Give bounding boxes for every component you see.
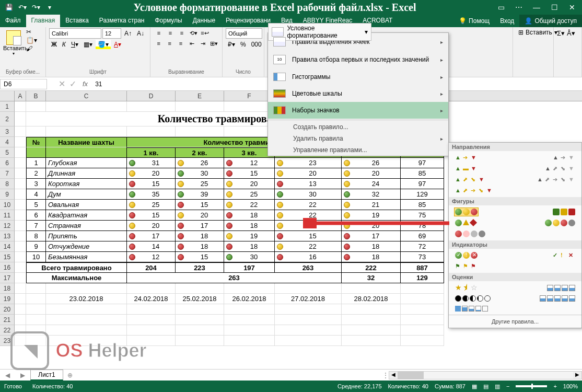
- cell[interactable]: [46, 126, 127, 137]
- cell[interactable]: 15: [176, 252, 224, 262]
- cancel-icon[interactable]: ✕: [56, 79, 67, 89]
- sheet-nav-next[interactable]: ▶: [15, 372, 30, 379]
- cell[interactable]: 32: [342, 189, 401, 200]
- cell[interactable]: 17: [127, 231, 176, 241]
- cell[interactable]: [224, 283, 275, 294]
- cell[interactable]: 27.02.2018: [275, 294, 342, 304]
- cell[interactable]: Короткая: [46, 179, 127, 189]
- ribbon-options-icon[interactable]: ▭: [493, 3, 509, 11]
- percent-icon[interactable]: %: [238, 40, 248, 49]
- row-header[interactable]: 3: [0, 126, 15, 137]
- row-header[interactable]: 2: [0, 112, 15, 126]
- decrease-indent-icon[interactable]: ⇤: [187, 39, 197, 48]
- menu-icon-sets[interactable]: Наборы значков▸: [268, 102, 448, 119]
- tell-me[interactable]: 💡 Помощ: [453, 15, 495, 27]
- cell[interactable]: [127, 126, 176, 137]
- cell[interactable]: [224, 315, 275, 325]
- row-header[interactable]: 18: [0, 283, 15, 294]
- row-header[interactable]: 16: [0, 262, 15, 273]
- cell[interactable]: 23: [275, 158, 342, 168]
- cell[interactable]: [176, 336, 224, 346]
- row-header[interactable]: 21: [0, 315, 15, 325]
- cell[interactable]: 1: [26, 158, 46, 168]
- cell[interactable]: 19: [224, 231, 275, 241]
- cell[interactable]: №: [26, 137, 46, 147]
- cell[interactable]: 15: [224, 168, 275, 179]
- cell[interactable]: [15, 189, 26, 200]
- col-header[interactable]: A: [15, 91, 26, 101]
- cell[interactable]: 35: [127, 189, 176, 200]
- cell[interactable]: [15, 126, 26, 137]
- cell[interactable]: 5: [26, 200, 46, 210]
- menu-manage-rules[interactable]: Управление правилами...: [268, 144, 448, 156]
- iconset-5-ratings-bars[interactable]: [539, 294, 576, 303]
- iconset-3-symbols-circled[interactable]: ✓!✕: [454, 251, 479, 260]
- iconset-4-ratings-bars[interactable]: [546, 284, 576, 292]
- row-header[interactable]: 5: [0, 147, 15, 158]
- iconset-3triangles[interactable]: ▲▬▼: [454, 164, 479, 173]
- iconset-3arrows-color[interactable]: ▲➔▼: [454, 153, 479, 162]
- iconset-3-signs[interactable]: [454, 218, 478, 227]
- cell[interactable]: 23: [275, 221, 342, 231]
- row-header[interactable]: 1: [0, 101, 15, 112]
- sheet-add-icon[interactable]: ⊕: [63, 372, 77, 379]
- row-header[interactable]: 15: [0, 252, 15, 262]
- name-box[interactable]: [0, 79, 47, 89]
- cell[interactable]: 69: [401, 231, 444, 241]
- menu-color-scales[interactable]: Цветовые шкалы▸: [268, 85, 448, 102]
- cell[interactable]: 26: [176, 158, 224, 168]
- cell[interactable]: 25: [176, 179, 224, 189]
- link-icon[interactable]: ⋯: [511, 3, 527, 11]
- zoom-out-icon[interactable]: −: [506, 383, 509, 389]
- cell[interactable]: 24.02.2018: [127, 294, 176, 304]
- currency-icon[interactable]: ₽▾: [226, 40, 237, 49]
- cell[interactable]: 129: [401, 189, 444, 200]
- cell[interactable]: 20: [342, 221, 401, 231]
- iconset-4arrows-gray[interactable]: ▲⬈⬊▼: [544, 164, 576, 173]
- cell[interactable]: 204: [127, 262, 176, 273]
- iconset-4-red-to-black[interactable]: [454, 229, 486, 238]
- align-left-icon[interactable]: ≡: [154, 39, 164, 48]
- tab-data[interactable]: Данные: [188, 15, 220, 27]
- cell[interactable]: 30: [224, 252, 275, 262]
- cell[interactable]: [224, 304, 275, 315]
- cell[interactable]: [275, 304, 342, 315]
- cell[interactable]: [176, 283, 224, 294]
- cell[interactable]: [127, 304, 176, 315]
- increase-font-icon[interactable]: A↑: [122, 29, 134, 38]
- cell[interactable]: [15, 168, 26, 179]
- align-bottom-icon[interactable]: ≡: [177, 28, 187, 38]
- font-name-input[interactable]: [49, 28, 101, 39]
- cell[interactable]: 222: [342, 262, 401, 273]
- cell[interactable]: 7: [26, 221, 46, 231]
- cell[interactable]: [176, 126, 224, 137]
- cell[interactable]: [26, 294, 46, 304]
- cell[interactable]: Глубокая: [46, 158, 127, 168]
- row-header[interactable]: 12: [0, 221, 15, 231]
- cell[interactable]: 129: [401, 273, 444, 283]
- cell[interactable]: 30: [275, 189, 342, 200]
- orientation-icon[interactable]: ⟲▾: [188, 28, 199, 38]
- number-format-input[interactable]: [226, 28, 262, 39]
- row-header[interactable]: 19: [0, 294, 15, 304]
- iconset-3-traffic-lights-rimmed[interactable]: [552, 207, 576, 216]
- iconset-4-traffic[interactable]: [544, 218, 576, 227]
- row-header[interactable]: 20: [0, 304, 15, 315]
- cell[interactable]: 20: [127, 168, 176, 179]
- cell[interactable]: 18: [176, 231, 224, 241]
- align-center-icon[interactable]: ≡: [165, 39, 174, 48]
- cell[interactable]: Припять: [46, 231, 127, 241]
- cell[interactable]: 12: [224, 158, 275, 168]
- maximize-icon[interactable]: ☐: [546, 3, 562, 11]
- cell[interactable]: 263: [275, 262, 342, 273]
- cell[interactable]: 15: [127, 210, 176, 221]
- font-size-input[interactable]: [102, 28, 121, 39]
- paste-button[interactable]: Вставить ▾: [3, 28, 24, 65]
- cell[interactable]: 21: [342, 200, 401, 210]
- cell[interactable]: 197: [224, 262, 275, 273]
- cell[interactable]: Овальная: [46, 200, 127, 210]
- align-right-icon[interactable]: ≡: [176, 39, 185, 48]
- cell[interactable]: [15, 304, 26, 315]
- menu-new-rule[interactable]: Создать правило...: [268, 121, 448, 133]
- cell[interactable]: 20: [224, 179, 275, 189]
